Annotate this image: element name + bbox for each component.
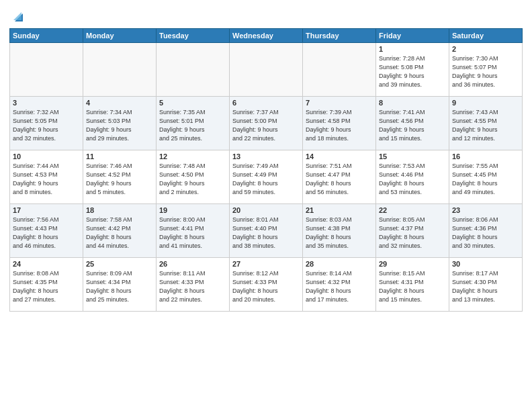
day-number: 27: [232, 260, 300, 268]
calendar-cell: 20Sunrise: 8:01 AMSunset: 4:40 PMDayligh…: [230, 204, 303, 258]
calendar-table: SundayMondayTuesdayWednesdayThursdayFrid…: [9, 28, 523, 312]
day-info: Sunrise: 7:51 AMSunset: 4:47 PMDaylight:…: [306, 162, 373, 197]
calendar-cell: 11Sunrise: 7:46 AMSunset: 4:52 PMDayligh…: [83, 150, 157, 204]
day-info: Sunrise: 7:46 AMSunset: 4:52 PMDaylight:…: [86, 162, 153, 197]
day-number: 26: [159, 260, 226, 268]
day-number: 24: [13, 260, 80, 268]
calendar-cell: 8Sunrise: 7:41 AMSunset: 4:56 PMDaylight…: [376, 97, 449, 150]
weekday-header-thursday: Thursday: [303, 29, 376, 43]
day-info: Sunrise: 7:55 AMSunset: 4:45 PMDaylight:…: [452, 162, 519, 197]
day-info: Sunrise: 7:44 AMSunset: 4:53 PMDaylight:…: [13, 162, 80, 197]
calendar-cell: 9Sunrise: 7:43 AMSunset: 4:55 PMDaylight…: [449, 97, 523, 150]
day-number: 1: [379, 45, 446, 53]
day-info: Sunrise: 8:08 AMSunset: 4:35 PMDaylight:…: [13, 269, 80, 304]
calendar-cell: 27Sunrise: 8:12 AMSunset: 4:33 PMDayligh…: [230, 258, 303, 312]
day-number: 7: [306, 99, 373, 107]
day-info: Sunrise: 7:37 AMSunset: 5:00 PMDaylight:…: [232, 108, 300, 143]
weekday-header-monday: Monday: [83, 29, 157, 43]
day-info: Sunrise: 8:03 AMSunset: 4:38 PMDaylight:…: [306, 216, 373, 250]
day-info: Sunrise: 7:43 AMSunset: 4:55 PMDaylight:…: [452, 108, 519, 143]
calendar-cell: 30Sunrise: 8:17 AMSunset: 4:30 PMDayligh…: [449, 258, 523, 312]
calendar-cell: [83, 43, 157, 97]
day-info: Sunrise: 8:01 AMSunset: 4:40 PMDaylight:…: [232, 216, 300, 250]
day-info: Sunrise: 7:58 AMSunset: 4:42 PMDaylight:…: [86, 216, 153, 250]
day-number: 14: [306, 152, 373, 161]
calendar-cell: 18Sunrise: 7:58 AMSunset: 4:42 PMDayligh…: [83, 204, 157, 258]
day-info: Sunrise: 8:14 AMSunset: 4:32 PMDaylight:…: [306, 269, 373, 304]
calendar-cell: 1Sunrise: 7:28 AMSunset: 5:08 PMDaylight…: [376, 43, 449, 97]
calendar-cell: 7Sunrise: 7:39 AMSunset: 4:58 PMDaylight…: [303, 97, 376, 150]
calendar-week-row: 1Sunrise: 7:28 AMSunset: 5:08 PMDaylight…: [10, 43, 523, 97]
calendar-cell: [10, 43, 83, 97]
weekday-header-friday: Friday: [376, 29, 449, 43]
calendar-cell: 26Sunrise: 8:11 AMSunset: 4:33 PMDayligh…: [157, 258, 230, 312]
calendar-cell: 10Sunrise: 7:44 AMSunset: 4:53 PMDayligh…: [10, 150, 83, 204]
calendar-cell: 12Sunrise: 7:48 AMSunset: 4:50 PMDayligh…: [157, 150, 230, 204]
calendar-cell: [230, 43, 303, 97]
calendar-cell: 2Sunrise: 7:30 AMSunset: 5:07 PMDaylight…: [449, 43, 523, 97]
calendar-week-row: 17Sunrise: 7:56 AMSunset: 4:43 PMDayligh…: [10, 204, 523, 258]
day-info: Sunrise: 7:34 AMSunset: 5:03 PMDaylight:…: [86, 108, 153, 143]
calendar-cell: 13Sunrise: 7:49 AMSunset: 4:49 PMDayligh…: [230, 150, 303, 204]
day-number: 22: [379, 206, 446, 214]
day-number: 16: [452, 152, 519, 161]
day-info: Sunrise: 8:00 AMSunset: 4:41 PMDaylight:…: [159, 216, 226, 250]
day-info: Sunrise: 7:28 AMSunset: 5:08 PMDaylight:…: [379, 54, 446, 89]
day-info: Sunrise: 7:30 AMSunset: 5:07 PMDaylight:…: [452, 54, 519, 89]
calendar-cell: 3Sunrise: 7:32 AMSunset: 5:05 PMDaylight…: [10, 97, 83, 150]
header: [9, 7, 523, 24]
calendar-week-row: 24Sunrise: 8:08 AMSunset: 4:35 PMDayligh…: [10, 258, 523, 312]
day-number: 28: [306, 260, 373, 268]
day-number: 12: [159, 152, 226, 161]
day-number: 5: [159, 99, 226, 107]
weekday-header-sunday: Sunday: [10, 29, 83, 43]
day-info: Sunrise: 7:56 AMSunset: 4:43 PMDaylight:…: [13, 216, 80, 250]
calendar-cell: 5Sunrise: 7:35 AMSunset: 5:01 PMDaylight…: [157, 97, 230, 150]
calendar-cell: [303, 43, 376, 97]
day-number: 9: [452, 99, 519, 107]
day-info: Sunrise: 7:53 AMSunset: 4:46 PMDaylight:…: [379, 162, 446, 197]
day-number: 30: [452, 260, 519, 268]
calendar-cell: 19Sunrise: 8:00 AMSunset: 4:41 PMDayligh…: [157, 204, 230, 258]
day-info: Sunrise: 7:39 AMSunset: 4:58 PMDaylight:…: [306, 108, 373, 143]
day-number: 2: [452, 45, 519, 53]
logo: [9, 9, 26, 24]
day-number: 20: [232, 206, 300, 214]
logo-icon: [11, 9, 26, 24]
day-number: 25: [86, 260, 153, 268]
day-info: Sunrise: 7:35 AMSunset: 5:01 PMDaylight:…: [159, 108, 226, 143]
calendar-cell: 28Sunrise: 8:14 AMSunset: 4:32 PMDayligh…: [303, 258, 376, 312]
day-number: 15: [379, 152, 446, 161]
day-number: 8: [379, 99, 446, 107]
day-number: 23: [452, 206, 519, 214]
calendar-cell: 29Sunrise: 8:15 AMSunset: 4:31 PMDayligh…: [376, 258, 449, 312]
day-info: Sunrise: 7:48 AMSunset: 4:50 PMDaylight:…: [159, 162, 226, 197]
day-number: 29: [379, 260, 446, 268]
weekday-header-saturday: Saturday: [449, 29, 523, 43]
calendar-cell: 23Sunrise: 8:06 AMSunset: 4:36 PMDayligh…: [449, 204, 523, 258]
day-number: 6: [232, 99, 300, 107]
page: SundayMondayTuesdayWednesdayThursdayFrid…: [0, 0, 532, 411]
day-number: 13: [232, 152, 300, 161]
day-number: 3: [13, 99, 80, 107]
day-info: Sunrise: 8:17 AMSunset: 4:30 PMDaylight:…: [452, 269, 519, 304]
day-info: Sunrise: 7:32 AMSunset: 5:05 PMDaylight:…: [13, 108, 80, 143]
day-info: Sunrise: 8:09 AMSunset: 4:34 PMDaylight:…: [86, 269, 153, 304]
calendar-cell: 24Sunrise: 8:08 AMSunset: 4:35 PMDayligh…: [10, 258, 83, 312]
svg-marker-1: [13, 12, 21, 20]
calendar-cell: 21Sunrise: 8:03 AMSunset: 4:38 PMDayligh…: [303, 204, 376, 258]
weekday-header-tuesday: Tuesday: [157, 29, 230, 43]
calendar-week-row: 10Sunrise: 7:44 AMSunset: 4:53 PMDayligh…: [10, 150, 523, 204]
calendar-cell: 15Sunrise: 7:53 AMSunset: 4:46 PMDayligh…: [376, 150, 449, 204]
day-info: Sunrise: 8:06 AMSunset: 4:36 PMDaylight:…: [452, 216, 519, 250]
calendar-cell: 14Sunrise: 7:51 AMSunset: 4:47 PMDayligh…: [303, 150, 376, 204]
day-info: Sunrise: 7:49 AMSunset: 4:49 PMDaylight:…: [232, 162, 300, 197]
day-number: 10: [13, 152, 80, 161]
calendar-cell: 25Sunrise: 8:09 AMSunset: 4:34 PMDayligh…: [83, 258, 157, 312]
day-number: 11: [86, 152, 153, 161]
day-number: 18: [86, 206, 153, 214]
calendar-cell: [157, 43, 230, 97]
day-number: 19: [159, 206, 226, 214]
calendar-cell: 22Sunrise: 8:05 AMSunset: 4:37 PMDayligh…: [376, 204, 449, 258]
day-info: Sunrise: 8:12 AMSunset: 4:33 PMDaylight:…: [232, 269, 300, 304]
